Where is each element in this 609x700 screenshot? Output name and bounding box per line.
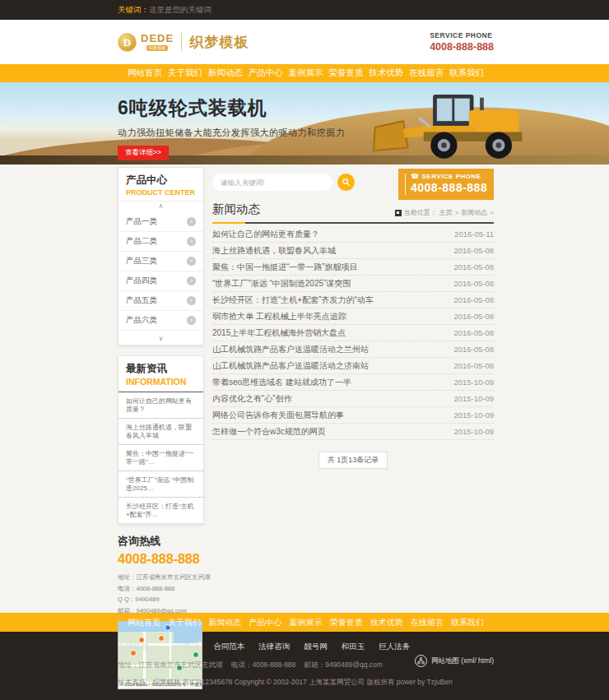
scroll-up-arrow[interactable]: ∧: [119, 202, 203, 212]
footer-nav-link[interactable]: 新闻动态: [208, 617, 241, 628]
information-item[interactable]: “世界工厂”渐远 “中国制造2025…: [119, 471, 203, 498]
friend-link[interactable]: 合同范本: [213, 642, 244, 652]
news-heading-rule: [212, 222, 494, 224]
information-item[interactable]: 如何让自己的网站更有质量？: [119, 392, 203, 419]
hero-title: 6吨级轮式装载机: [118, 95, 345, 121]
information-item[interactable]: 聚焦：中国一拖挺进“一带一路”…: [119, 445, 203, 471]
news-item-title[interactable]: 海上丝路通机遇，联盟春风入羊城: [212, 245, 336, 257]
product-category-item[interactable]: 产品一类 ›: [119, 212, 203, 232]
footer-copyright: 技术支持：织梦模板 苏ICP12345678 Copyright © 2002-…: [118, 678, 494, 688]
friend-link[interactable]: 和田玉: [342, 642, 365, 652]
news-list-item[interactable]: 长沙经开区：打造“主机+配套”齐发力的“动车 2016-05-08: [212, 292, 494, 308]
news-list-item[interactable]: 怎样做一个符合w3c规范的网页 2015-10-09: [212, 424, 494, 440]
friend-links: 400电话合同范本法律咨询靓号网和田玉巨人法务: [171, 642, 411, 652]
left-sidebar: 产品中心 PRODUCT CENTER ∧ 产品一类 › 产品二类 ›: [118, 167, 204, 689]
footer-nav-link[interactable]: 案例展示: [290, 617, 323, 628]
main-nav-link[interactable]: 网站首页: [128, 67, 162, 79]
news-item-title[interactable]: 如何让自己的网站更有质量？: [212, 229, 319, 240]
news-list-item[interactable]: 如何让自己的网站更有质量？ 2016-05-11: [212, 226, 494, 243]
sitemap-icon: [415, 655, 427, 667]
logo-site-name: 织梦模板: [189, 33, 249, 52]
product-category-item[interactable]: 产品三类 ›: [119, 252, 203, 271]
product-category-item[interactable]: 产品五类 ›: [119, 291, 203, 311]
logo-coin-icon: D: [118, 33, 137, 52]
news-item-date: 2016-05-08: [453, 312, 494, 321]
news-list-item[interactable]: 内容优化之有“心”创作 2015-10-09: [212, 391, 494, 407]
service-phone-banner: ☎SERVICE PHONE 4008-888-888: [398, 169, 494, 200]
main-nav-link[interactable]: 关于我们: [168, 67, 202, 79]
product-category-label: 产品一类: [126, 216, 157, 227]
main-nav-link[interactable]: 技术优势: [369, 67, 403, 79]
product-category-item[interactable]: 产品六类 ›: [119, 311, 203, 331]
friend-link[interactable]: 靓号网: [304, 642, 328, 652]
keyword-label: 关键词：: [118, 5, 149, 14]
chevron-right-icon: ›: [187, 237, 196, 246]
sitemap-link[interactable]: 网站地图 (xml/ html): [415, 655, 494, 667]
footer-nav-link[interactable]: 联系我们: [451, 617, 484, 628]
friend-link[interactable]: 法律咨询: [258, 642, 290, 652]
pagination: 共 1页13条记录: [212, 451, 494, 469]
main-nav-link[interactable]: 联系我们: [449, 67, 484, 79]
site-logo[interactable]: D DEDE 织梦模板 织梦模板: [118, 33, 249, 52]
service-banner-label: SERVICE PHONE: [421, 173, 481, 180]
news-list-item[interactable]: 山工机械筑路产品客户送温暖活动之兰州站 2016-05-08: [212, 341, 494, 358]
news-item-title[interactable]: 怎样做一个符合w3c规范的网页: [212, 426, 326, 438]
search-input[interactable]: [212, 174, 332, 191]
news-list-item[interactable]: 2015上半年工程机械海外营销大盘点 2016-05-08: [212, 325, 494, 341]
news-item-title[interactable]: 弱市抢大单 工程机械上半年亮点追踪: [212, 311, 346, 322]
product-category-label: 产品二类: [126, 236, 157, 247]
news-item-title[interactable]: 聚焦：中国一拖挺进“一带一路”旗舰项目: [212, 262, 358, 273]
news-item-title[interactable]: 山工机械筑路产品客户送温暖活动之兰州站: [212, 344, 369, 355]
news-list-item[interactable]: 带着seo思维选域名 建站就成功了一半 2015-10-09: [212, 374, 494, 391]
pagination-summary: 共 1页13条记录: [318, 452, 388, 469]
product-category-label: 产品四类: [126, 276, 157, 286]
footer-address: 地址：江苏省南京市玄武区玄武湖: [118, 661, 223, 669]
product-category-label: 产品五类: [126, 295, 157, 306]
service-banner-number: 4008-888-888: [411, 181, 494, 194]
main-nav-link[interactable]: 产品中心: [249, 67, 283, 79]
news-list-item[interactable]: 弱市抢大单 工程机械上半年亮点追踪 2016-05-08: [212, 308, 494, 325]
hero-subtitle: 动力强劲扭矩储备大能充分发挥强大的驱动力和挖掘力: [118, 127, 345, 139]
news-item-title[interactable]: 带着seo思维选域名 建站就成功了一半: [212, 377, 351, 388]
search-button[interactable]: [337, 174, 355, 191]
footer-nav-link[interactable]: 在线留言: [411, 617, 444, 628]
main-nav-link[interactable]: 案例展示: [289, 67, 323, 79]
news-list-item[interactable]: 网络公司告诉你有关面包屑导航的事 2015-10-09: [212, 407, 494, 424]
footer-nav-items: 网站首页关于我们新闻动态产品中心案例展示荣誉资质技术优势在线留言联系我们: [118, 613, 494, 632]
header-service-phone: SERVICE PHONE 4008-888-888: [430, 31, 494, 53]
news-item-title[interactable]: 山工机械筑路产品客户送温暖活动之济南站: [212, 360, 369, 372]
logo-dede-text: DEDE: [141, 33, 174, 44]
news-item-title[interactable]: 内容优化之有“心”创作: [212, 393, 292, 405]
footer-nav-link[interactable]: 关于我们: [168, 617, 201, 628]
friend-link[interactable]: 400电话: [171, 642, 200, 652]
news-list-item[interactable]: 聚焦：中国一拖挺进“一带一路”旗舰项目 2016-05-08: [212, 259, 494, 276]
main-nav-link[interactable]: 新闻动态: [208, 67, 243, 79]
breadcrumb-current-link[interactable]: 新闻动态: [461, 208, 487, 217]
news-item-title[interactable]: “世界工厂”渐远 “中国制造2025”谋突围: [212, 278, 351, 290]
product-center-subtitle: PRODUCT CENTER: [126, 188, 196, 197]
news-item-date: 2016-05-08: [453, 262, 494, 271]
chevron-right-icon: ›: [187, 276, 196, 285]
information-item[interactable]: 海上丝路通机遇，联盟春风入羊城: [119, 419, 203, 445]
scroll-down-arrow[interactable]: ∨: [119, 334, 203, 345]
news-item-title[interactable]: 网络公司告诉你有关面包屑导航的事: [212, 410, 344, 421]
information-item[interactable]: 长沙经开区：打造“主机+配套”齐…: [119, 498, 203, 523]
hero-detail-button[interactable]: 查看详细>>: [118, 146, 169, 160]
news-item-title[interactable]: 长沙经开区：打造“主机+配套”齐发力的“动车: [212, 294, 374, 306]
product-category-item[interactable]: 产品四类 ›: [119, 271, 203, 291]
news-list-item[interactable]: 山工机械筑路产品客户送温暖活动之济南站 2016-05-08: [212, 358, 494, 374]
service-phone-label: SERVICE PHONE: [430, 31, 494, 39]
main-nav-link[interactable]: 荣誉资质: [328, 67, 363, 79]
footer-nav-link[interactable]: 技术优势: [370, 617, 403, 628]
main-nav-link[interactable]: 在线留言: [409, 67, 444, 79]
news-list-item[interactable]: “世界工厂”渐远 “中国制造2025”谋突围 2016-05-08: [212, 276, 494, 292]
footer-nav-link[interactable]: 网站首页: [128, 617, 160, 628]
friend-link[interactable]: 巨人法务: [379, 642, 410, 652]
news-list-item[interactable]: 海上丝路通机遇，联盟春风入羊城 2016-05-08: [212, 243, 494, 259]
product-category-item[interactable]: 产品二类 ›: [119, 232, 203, 252]
breadcrumb-home-link[interactable]: 主页: [439, 208, 453, 217]
footer-nav-link[interactable]: 荣誉资质: [330, 617, 363, 628]
news-item-title[interactable]: 2015上半年工程机械海外营销大盘点: [212, 327, 346, 339]
footer-nav-link[interactable]: 产品中心: [249, 617, 281, 628]
search-row: ☎SERVICE PHONE 4008-888-888: [212, 169, 494, 200]
